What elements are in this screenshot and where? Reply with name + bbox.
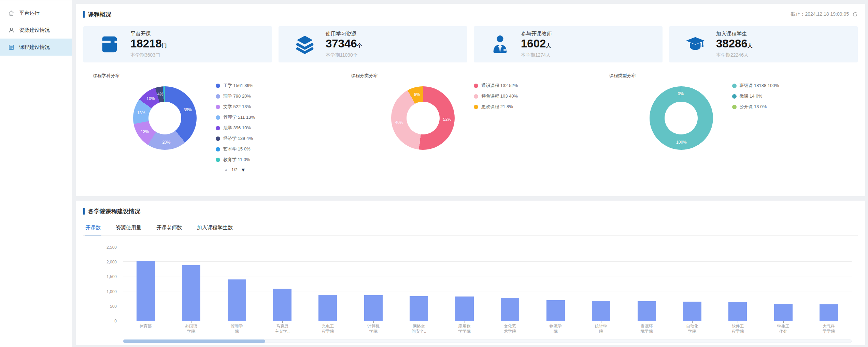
gridline bbox=[123, 261, 852, 262]
legend-dot bbox=[474, 94, 478, 99]
bar[interactable] bbox=[228, 279, 246, 321]
legend-dot bbox=[474, 105, 478, 109]
bar-column bbox=[669, 302, 715, 321]
dashboard-root: 平台运行 资源建设情况 课程建设情况 课程概况 截止：2024 bbox=[0, 0, 868, 347]
x-axis-label: 学生工作处 bbox=[760, 321, 806, 334]
chart-title: 课程分类分布 bbox=[351, 73, 599, 79]
donut-subject[interactable]: 39%20%13%13%10%4% bbox=[133, 86, 197, 150]
stat-label: 使用学习资源 bbox=[326, 31, 362, 37]
stat-sub: 本学期1274人 bbox=[521, 52, 552, 58]
legend-item[interactable]: 思政课程 21 8% bbox=[474, 103, 518, 110]
legend-item[interactable]: 法学 396 10% bbox=[216, 125, 255, 131]
bar-column bbox=[214, 279, 259, 321]
legend-page-up-icon[interactable]: ▲ bbox=[224, 167, 228, 172]
legend-item[interactable]: 理学 798 20% bbox=[216, 93, 255, 100]
donut-type[interactable]: 100%0% bbox=[650, 86, 713, 150]
tab-student-count[interactable]: 加入课程学生数 bbox=[196, 221, 233, 235]
bar-column bbox=[624, 301, 669, 321]
axis-tick bbox=[601, 321, 601, 323]
x-axis-label: 外国语学院 bbox=[168, 321, 214, 334]
y-axis-tick-label: 2,000 bbox=[106, 260, 117, 264]
bar[interactable] bbox=[546, 300, 565, 321]
bar[interactable] bbox=[820, 304, 838, 321]
legend-item[interactable]: 经济学 139 4% bbox=[216, 135, 255, 142]
refresh-icon[interactable] bbox=[852, 12, 858, 17]
legend-item[interactable]: 特色课程 103 40% bbox=[474, 93, 518, 100]
slice-label: 13% bbox=[137, 111, 145, 115]
axis-tick bbox=[237, 321, 237, 323]
bar[interactable] bbox=[683, 302, 701, 321]
legend-page-indicator: 1/2 bbox=[231, 167, 238, 172]
legend-dot bbox=[216, 84, 220, 88]
timestamp-text: 截止：2024.12.18 19:09:05 bbox=[791, 11, 849, 17]
bar[interactable] bbox=[728, 302, 747, 321]
course-overview-card: 课程概况 截止：2024.12.18 19:09:05 bbox=[76, 4, 865, 196]
axis-tick bbox=[510, 321, 510, 323]
legend-item[interactable]: 艺术学 15 0% bbox=[216, 146, 255, 153]
stat-card-resources: 使用学习资源 37346个 本学期11090个 bbox=[279, 26, 467, 62]
tab-teacher-count[interactable]: 开课老师数 bbox=[156, 221, 183, 235]
stat-value: 18218门 bbox=[130, 38, 167, 52]
sidebar-item-label: 平台运行 bbox=[19, 10, 40, 16]
sidebar-item-course-construction[interactable]: 课程建设情况 bbox=[0, 39, 72, 56]
sidebar-item-platform-run[interactable]: 平台运行 bbox=[0, 4, 72, 21]
scrollbar-track[interactable] bbox=[123, 339, 852, 343]
x-axis-label: 文化艺术学院 bbox=[487, 321, 533, 334]
legend-label: 理学 798 20% bbox=[223, 93, 251, 99]
stat-label: 平台开课 bbox=[130, 31, 167, 37]
bar[interactable] bbox=[273, 289, 291, 321]
home-icon bbox=[8, 10, 15, 16]
y-axis-tick-label: 1,000 bbox=[106, 289, 117, 294]
bar-column bbox=[396, 296, 442, 321]
tab-course-count[interactable]: 开课数 bbox=[85, 221, 101, 235]
axis-tick bbox=[146, 321, 146, 323]
legend-item[interactable]: 教育学 11 0% bbox=[216, 156, 255, 163]
sidebar-item-label: 资源建设情况 bbox=[19, 27, 50, 33]
legend-item[interactable]: 工学 1561 39% bbox=[216, 82, 255, 89]
legend-item[interactable]: 公开课 13 0% bbox=[732, 103, 779, 110]
user-icon bbox=[8, 27, 15, 33]
stat-unit: 门 bbox=[162, 43, 167, 48]
bar[interactable] bbox=[592, 301, 610, 321]
legend-label: 法学 396 10% bbox=[223, 125, 251, 131]
tab-resource-usage[interactable]: 资源使用量 bbox=[115, 221, 142, 235]
axis-tick bbox=[829, 321, 829, 323]
bar[interactable] bbox=[455, 297, 474, 321]
legend-item[interactable]: 班级课 18188 100% bbox=[732, 82, 779, 89]
chart-type-distribution: 课程类型分布 100%0% 班级课 18188 100%微课 14 0%公开课 … bbox=[600, 73, 858, 178]
slice-label: 8% bbox=[414, 92, 420, 97]
slice-label: 40% bbox=[395, 120, 403, 125]
x-axis-label: 光电工程学院 bbox=[305, 321, 351, 334]
legend-dot bbox=[216, 94, 220, 99]
bar[interactable] bbox=[638, 301, 656, 321]
x-axis-labels: 体育部外国语学院管理学院马克思主义学..光电工程学院计算机学院网络空间安全..应… bbox=[123, 321, 852, 334]
legend-page-down-icon[interactable]: ▼ bbox=[241, 167, 246, 173]
legend-item[interactable]: 文学 522 13% bbox=[216, 103, 255, 110]
bar[interactable] bbox=[182, 265, 200, 321]
teacher-icon bbox=[489, 34, 511, 55]
x-axis-label: 物流学院 bbox=[533, 321, 578, 334]
x-axis-label: 计算机学院 bbox=[351, 321, 396, 334]
bar[interactable] bbox=[137, 261, 155, 321]
donut-category[interactable]: 52%40%8% bbox=[391, 86, 455, 150]
axis-tick bbox=[783, 321, 784, 323]
bar-column bbox=[123, 261, 168, 321]
chart-subject-distribution: 课程学科分布 39%20%13%13%10%4% 工学 1561 39%理学 7… bbox=[83, 73, 341, 178]
bar[interactable] bbox=[410, 296, 428, 321]
legend-item[interactable]: 微课 14 0% bbox=[732, 93, 779, 100]
plot-area bbox=[123, 247, 852, 321]
sidebar-item-resource-construction[interactable]: 资源建设情况 bbox=[0, 21, 72, 39]
bar[interactable] bbox=[318, 295, 337, 321]
scrollbar-thumb[interactable] bbox=[123, 339, 265, 343]
bar-column bbox=[715, 302, 760, 321]
slice-label: 4% bbox=[157, 92, 163, 97]
bar[interactable] bbox=[501, 298, 519, 321]
chart-title: 课程学科分布 bbox=[93, 73, 341, 79]
axis-tick bbox=[647, 321, 647, 323]
legend-item[interactable]: 通识课程 132 52% bbox=[474, 82, 518, 89]
legend-label: 经济学 139 4% bbox=[223, 135, 253, 142]
stat-sub: 本学期3603门 bbox=[130, 52, 167, 58]
legend-item[interactable]: 管理学 511 13% bbox=[216, 114, 255, 121]
bar[interactable] bbox=[364, 295, 383, 321]
bar[interactable] bbox=[774, 304, 793, 321]
